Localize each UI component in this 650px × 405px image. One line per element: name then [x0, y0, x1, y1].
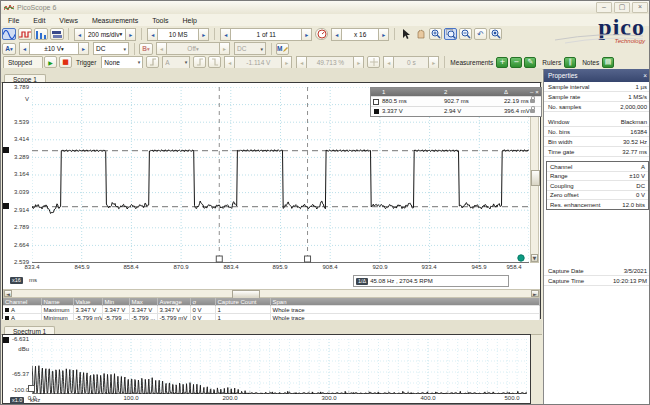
menu-file[interactable]: File: [1, 16, 26, 25]
edit-measurement-button[interactable]: ✎: [524, 57, 536, 68]
zoom-in-icon: [431, 29, 441, 39]
menu-views[interactable]: Views: [52, 16, 85, 25]
level-prev-icon[interactable]: ◂: [224, 56, 235, 69]
gauge-icon: [317, 29, 327, 39]
samples-value[interactable]: 10 MS: [158, 28, 198, 41]
pointer-tool-button[interactable]: [399, 28, 412, 40]
minimize-button[interactable]: –: [596, 2, 612, 13]
table-row[interactable]: A Maximum3.347 V3.347 V3.347 V3.347 V0 V…: [3, 306, 539, 314]
range-a-prev-icon[interactable]: ◂: [19, 42, 30, 55]
properties-close-icon[interactable]: ×: [643, 72, 647, 79]
segment-next-icon[interactable]: ▸: [301, 28, 312, 41]
menu-tools[interactable]: Tools: [145, 16, 175, 25]
menu-help[interactable]: Help: [176, 16, 204, 25]
ruler-legend[interactable]: 1 2 Δ – × 880.5 ms 902.7 ms 22.19 ms 3.3…: [370, 87, 542, 117]
timebase-value[interactable]: 200 ms/div▾: [85, 28, 125, 41]
level-ruler-marker: [374, 109, 379, 114]
trigger-delay-value[interactable]: 0 s: [394, 56, 428, 69]
properties-title: Properties: [548, 72, 578, 79]
channel-a-button[interactable]: A▾: [2, 43, 16, 55]
frequency-text: 45.08 Hz , 2704.5 RPM: [370, 278, 432, 284]
range-b-value[interactable]: Off▾: [167, 42, 219, 55]
scope-y-label: 3.289: [3, 154, 29, 160]
rising-edge-button[interactable]: [193, 56, 206, 68]
close-button[interactable]: ×: [632, 2, 648, 13]
gauge-button[interactable]: [315, 28, 328, 40]
pan-tool-button[interactable]: [414, 28, 427, 40]
rulers-label: Rulers: [542, 59, 561, 66]
range-a-next-icon[interactable]: ▸: [78, 42, 89, 55]
stop-button[interactable]: ■: [59, 56, 72, 68]
channel-b-button[interactable]: B▾: [139, 43, 153, 55]
falling-edge-button[interactable]: [208, 56, 221, 68]
level-ruler-delta: 396.4 mV: [504, 107, 530, 116]
zoom-in-tool-button[interactable]: [429, 28, 442, 40]
zoom-prev-icon[interactable]: ◂: [331, 28, 342, 41]
scope-x-label: 845.9: [67, 264, 97, 270]
fifty-percent-button[interactable]: [367, 56, 380, 68]
delay-next-icon[interactable]: ▸: [428, 56, 439, 69]
coupling-a-dropdown[interactable]: DC▾: [93, 42, 129, 55]
lock-icon[interactable]: [530, 109, 535, 113]
scope-x-unit: ms: [29, 277, 37, 283]
delay-prev-icon[interactable]: ◂: [383, 56, 394, 69]
spectrum-zoom-badge: x1.0: [10, 397, 24, 404]
zoom-full-button[interactable]: [489, 28, 502, 40]
legend-close-icon[interactable]: ×: [535, 88, 539, 96]
multi-view-button[interactable]: [50, 28, 64, 40]
lock-icon[interactable]: [530, 99, 535, 103]
spectrum-view: -6.631 dBu -65.37 -100.0 0.0 100.0 200.0…: [2, 334, 531, 404]
timebase-prev-icon[interactable]: ◂: [74, 28, 85, 41]
level-ruler-handle-low[interactable]: [3, 203, 9, 209]
frequency-ruler-handle[interactable]: [28, 385, 35, 392]
segment-prev-icon[interactable]: ◂: [220, 28, 231, 41]
start-button[interactable]: ▶: [44, 56, 57, 68]
trigger-mode-dropdown[interactable]: None▾: [101, 56, 143, 69]
zoom-next-icon[interactable]: ▸: [378, 28, 389, 41]
notes-toggle-button[interactable]: ▤: [602, 57, 614, 68]
level-next-icon[interactable]: ▸: [281, 56, 292, 69]
pre-trigger-value[interactable]: 49.713 %: [307, 56, 353, 69]
trigger-source-dropdown[interactable]: A▾: [162, 56, 190, 69]
legend-minimize-icon[interactable]: –: [530, 88, 533, 96]
pretrig-prev-icon[interactable]: ◂: [296, 56, 307, 69]
spectrum-plot[interactable]: [32, 339, 527, 394]
spectrum-mode-button[interactable]: [34, 28, 48, 40]
menu-measurements[interactable]: Measurements: [85, 16, 145, 25]
math-channels-button[interactable]: M: [276, 43, 289, 55]
segment-value[interactable]: 1 of 11: [231, 28, 301, 41]
scope-y-unit: V: [3, 96, 29, 102]
chevron-down-icon: ▾: [196, 46, 199, 52]
range-b-prev-icon[interactable]: ◂: [156, 42, 167, 55]
pretrig-next-icon[interactable]: ▸: [353, 56, 364, 69]
scope-mode-button[interactable]: [2, 28, 16, 40]
scope-y-label: 3.039: [3, 189, 29, 195]
separator: [271, 43, 272, 55]
menu-edit[interactable]: Edit: [26, 16, 52, 25]
coupling-b-dropdown[interactable]: DC▾: [234, 42, 266, 55]
zoom-out-tool-button[interactable]: [459, 28, 472, 40]
samples-next-icon[interactable]: ▸: [198, 28, 209, 41]
trigger-marker-button[interactable]: [146, 56, 159, 68]
rulers-toggle-button[interactable]: ∥: [564, 57, 576, 68]
frequency-legend[interactable]: 1/Δ 45.08 Hz , 2704.5 RPM: [353, 275, 509, 287]
segment-control: ◂ 1 of 11 ▸: [220, 28, 312, 41]
timebase-next-icon[interactable]: ▸: [125, 28, 136, 41]
scope-horizontal-scrollbar[interactable]: ◄ ►: [3, 289, 540, 298]
range-b-next-icon[interactable]: ▸: [219, 42, 230, 55]
scope-y-label: 3.414: [3, 136, 29, 142]
samples-prev-icon[interactable]: ◂: [147, 28, 158, 41]
stacked-views-icon: [51, 30, 63, 39]
zoom-factor-value[interactable]: x 16: [342, 28, 378, 41]
add-measurement-button[interactable]: +: [496, 57, 508, 68]
trigger-level-value[interactable]: -1.114 V: [235, 56, 281, 69]
persistence-mode-button[interactable]: [18, 28, 32, 40]
trigger-level-control: ◂ -1.114 V ▸: [224, 56, 292, 69]
zoom-window-tool-button[interactable]: [444, 28, 457, 40]
separator: [134, 43, 135, 55]
level-ruler-handle-high[interactable]: [3, 147, 9, 153]
undo-zoom-button[interactable]: ↶: [474, 28, 487, 40]
maximize-button[interactable]: ▢: [614, 2, 630, 13]
range-a-value[interactable]: ±10 V▾: [30, 42, 78, 55]
remove-measurement-button[interactable]: −: [510, 57, 522, 68]
